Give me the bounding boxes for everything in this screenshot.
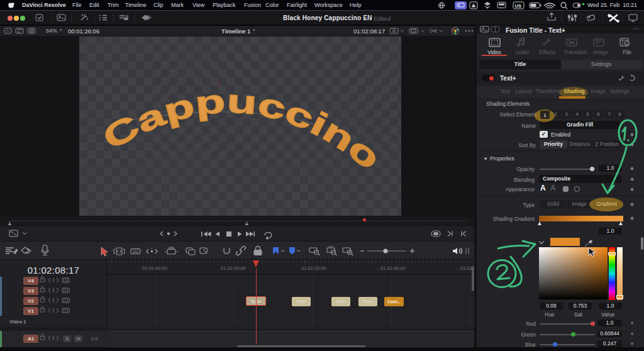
- svg-text:Cappuccino: Cappuccino: [97, 82, 387, 177]
- svg-text:1: 1: [543, 113, 547, 118]
